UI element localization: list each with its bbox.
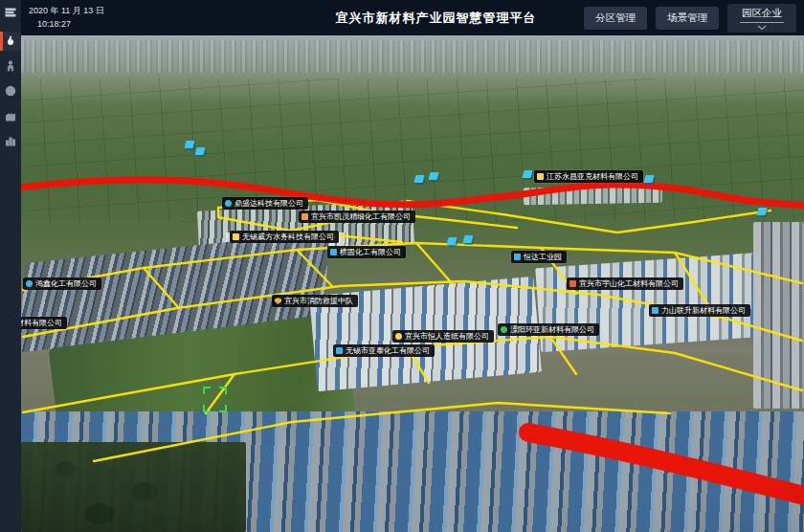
enterprise-type-icon (336, 347, 343, 354)
enterprise-label-text: 鼎盛达科技有限公司 (234, 198, 303, 209)
enterprise-label-text: 宜兴市消防救援中队 (284, 296, 353, 306)
vignette (21, 35, 804, 532)
enterprise-type-icon (225, 200, 232, 207)
datetime: 2020 年 11 月 13 日 10:18:27 (29, 5, 104, 31)
enterprise-label[interactable]: 宜兴市恒人造纸有限公司 (392, 330, 494, 343)
scene-management-button[interactable]: 场景管理 (656, 7, 719, 30)
enterprise-label-text: 江苏永昌亚克材料有限公司 (547, 171, 638, 182)
enterprise-label[interactable]: 横固化工有限公司 (327, 246, 406, 258)
enterprise-label[interactable]: 力山联升新材料有限公司 (649, 304, 750, 317)
factory-cluster-right (535, 253, 766, 352)
person-icon (5, 60, 16, 72)
map-marker-icon[interactable] (185, 141, 195, 148)
enterprise-label[interactable]: 无锡威方水务科技有限公司 (230, 231, 339, 243)
enterprise-label-text: 宜兴市恒人造纸有限公司 (405, 331, 489, 342)
bar-chart-icon (5, 135, 16, 146)
enterprise-label[interactable]: 宜兴市消防救援中队 (272, 295, 358, 307)
map-marker-icon[interactable] (523, 170, 533, 178)
enterprise-type-icon (652, 307, 659, 314)
map-marker-icon[interactable] (195, 147, 206, 155)
road-pipeline-overlay (21, 35, 804, 532)
smart-park-platform: 2020 年 11 月 13 日 10:18:27 宜兴市新材料产业园智慧管理平… (0, 0, 804, 532)
red-route-bottom (528, 432, 804, 497)
enterprise-label[interactable]: 无锡市亚泰化工有限公司 (333, 344, 435, 357)
map-marker-icon[interactable] (447, 237, 458, 245)
enterprise-type-icon (514, 254, 521, 260)
dropdown-label: 园区企业 (740, 7, 784, 23)
sidebar-item-gauge[interactable] (0, 81, 21, 100)
enterprise-label[interactable]: 江苏永昌亚克材料有限公司 (534, 170, 643, 183)
map-marker-icon[interactable] (644, 175, 655, 183)
factory-cluster-pipeline (524, 186, 662, 206)
enterprise-label-text: 横固化工有限公司 (340, 247, 401, 257)
enterprise-label-text: 宜兴市宇山化工材料有限公司 (579, 278, 679, 289)
current-date: 2020 年 11 月 13 日 (29, 5, 104, 18)
enterprise-label-text: 宜兴市凯茂精细化工有限公司 (311, 211, 411, 222)
enterprise-type-icon (501, 326, 507, 333)
chevron-down-icon (757, 25, 767, 31)
sidebar (0, 0, 21, 532)
enterprise-label-text: 恒达工业园 (524, 252, 562, 262)
distant-town (21, 40, 804, 73)
map-marker-icon[interactable] (757, 208, 768, 215)
enterprise-label[interactable]: 伟业防水材料有限公司 (21, 317, 67, 329)
warehouse-band-bottom (21, 411, 804, 532)
urban-buildings-right (753, 222, 804, 409)
enterprise-type-icon (395, 333, 402, 340)
enterprise-label[interactable]: 恒达工业园 (511, 251, 567, 263)
flame-icon (5, 35, 16, 47)
sidebar-item-fire-monitor[interactable] (0, 32, 21, 51)
enterprise-label-text: 无锡威方水务科技有限公司 (242, 232, 334, 242)
farm-field-grid (21, 78, 804, 222)
page-title: 宜兴市新材料产业园智慧管理平台 (336, 10, 537, 27)
enterprise-type-icon (233, 233, 239, 240)
enterprise-type-icon (570, 280, 576, 287)
enterprise-label[interactable]: 溧阳环亚新材料有限公司 (498, 323, 599, 336)
enterprise-label-text: 无锡市亚泰化工有限公司 (346, 345, 430, 356)
enterprise-type-icon (330, 249, 337, 255)
current-time: 10:18:27 (29, 18, 104, 32)
enterprise-type-icon (537, 173, 544, 180)
sidebar-item-personnel[interactable] (0, 56, 21, 76)
selection-target-brackets (203, 387, 227, 412)
header-actions: 分区管理 场景管理 园区企业 (584, 4, 796, 33)
enterprise-label-text: 鸿鑫化工有限公司 (35, 278, 97, 289)
sidebar-item-statistics[interactable] (0, 131, 21, 150)
trees-bottom-left (21, 442, 246, 532)
header: 2020 年 11 月 13 日 10:18:27 宜兴市新材料产业园智慧管理平… (21, 0, 804, 35)
hamburger-menu-button[interactable] (0, 3, 21, 22)
map-marker-icon[interactable] (414, 175, 425, 183)
enterprise-type-icon (26, 280, 33, 287)
gauge-icon (5, 85, 16, 97)
hamburger-icon (5, 7, 16, 18)
horizon-haze (21, 35, 804, 102)
zone-management-button[interactable]: 分区管理 (584, 7, 647, 30)
factory-icon (5, 110, 16, 122)
park-enterprise-dropdown[interactable]: 园区企业 (727, 4, 796, 33)
map-marker-icon[interactable] (429, 172, 439, 180)
map-marker-icon[interactable] (463, 235, 474, 243)
enterprise-label-text: 溧阳环亚新材料有限公司 (510, 324, 594, 335)
sidebar-item-enterprise[interactable] (0, 106, 21, 125)
map-3d-view[interactable]: 鼎盛达科技有限公司宜兴市凯茂精细化工有限公司无锡威方水务科技有限公司横固化工有限… (21, 35, 804, 532)
enterprise-label[interactable]: 鸿鑫化工有限公司 (23, 277, 101, 290)
enterprise-type-icon (302, 213, 308, 220)
enterprise-label-text: 伟业防水材料有限公司 (21, 318, 62, 328)
pipeline-line (21, 180, 804, 207)
enterprise-label[interactable]: 鼎盛达科技有限公司 (222, 197, 308, 210)
enterprise-label[interactable]: 宜兴市宇山化工材料有限公司 (567, 277, 683, 290)
enterprise-type-icon (275, 298, 281, 304)
enterprise-label[interactable]: 宜兴市凯茂精细化工有限公司 (299, 211, 415, 223)
factory-cluster-left (21, 232, 329, 353)
enterprise-label-text: 力山联升新材料有限公司 (661, 305, 746, 316)
